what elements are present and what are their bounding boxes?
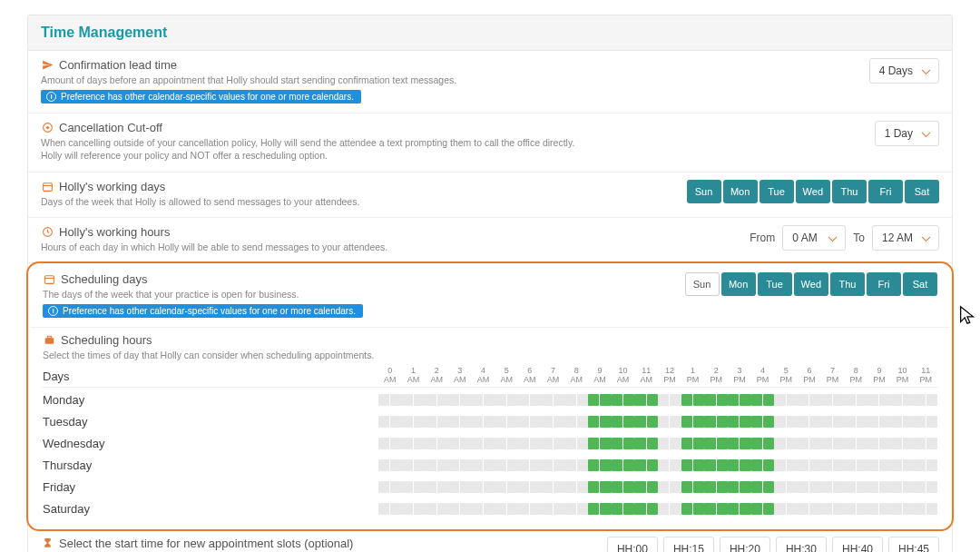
schedule-cell[interactable] — [857, 438, 867, 449]
schedule-cell[interactable] — [623, 503, 634, 515]
schedule-cell[interactable] — [914, 459, 925, 471]
schedule-cell[interactable] — [658, 459, 669, 471]
schedule-cell[interactable] — [774, 438, 785, 449]
schedule-cell[interactable] — [414, 503, 425, 515]
schedule-cell[interactable] — [891, 481, 902, 493]
schedule-cell[interactable] — [588, 416, 599, 428]
schedule-cell[interactable] — [879, 481, 890, 493]
schedule-cell[interactable] — [857, 394, 867, 406]
scheduling-day-toggle-mon[interactable]: Mon — [721, 272, 756, 296]
schedule-cell[interactable] — [390, 438, 401, 449]
schedule-cell[interactable] — [891, 503, 902, 515]
schedule-cell[interactable] — [751, 394, 762, 406]
schedule-cell[interactable] — [821, 481, 832, 493]
schedule-cell[interactable] — [647, 394, 658, 406]
schedule-cell[interactable] — [798, 438, 808, 449]
schedule-cell[interactable] — [518, 481, 529, 493]
schedule-cell[interactable] — [891, 394, 902, 406]
start-time-option[interactable]: HH:40 — [832, 537, 883, 552]
start-time-option[interactable]: HH:00 — [607, 537, 658, 552]
schedule-cell[interactable] — [903, 503, 914, 515]
working-hours-to-select[interactable]: 12 AM — [872, 225, 939, 251]
schedule-cell[interactable] — [763, 481, 774, 493]
schedule-cell[interactable] — [448, 438, 459, 449]
schedule-cell[interactable] — [867, 481, 878, 493]
schedule-cell[interactable] — [774, 416, 785, 428]
schedule-cell[interactable] — [554, 459, 564, 471]
schedule-cell[interactable] — [507, 503, 518, 515]
schedule-cell[interactable] — [554, 416, 564, 428]
schedule-cell[interactable] — [484, 394, 495, 406]
schedule-cell[interactable] — [647, 416, 658, 428]
schedule-cell[interactable] — [903, 459, 914, 471]
schedule-cell[interactable] — [926, 503, 937, 515]
scheduling-day-toggle-wed[interactable]: Wed — [794, 272, 828, 296]
schedule-cell[interactable] — [798, 503, 808, 515]
schedule-cell[interactable] — [378, 438, 389, 449]
schedule-cell[interactable] — [484, 438, 495, 449]
schedule-cell[interactable] — [774, 503, 785, 515]
schedule-cell[interactable] — [717, 394, 728, 406]
schedule-cell[interactable] — [530, 503, 541, 515]
schedule-cell[interactable] — [693, 438, 704, 449]
schedule-cell[interactable] — [460, 394, 471, 406]
schedule-cell[interactable] — [867, 503, 878, 515]
working-hours-from-select[interactable]: 0 AM — [782, 225, 846, 251]
schedule-cell[interactable] — [414, 438, 425, 449]
schedule-cell[interactable] — [670, 394, 681, 406]
schedule-cell[interactable] — [774, 394, 785, 406]
schedule-cell[interactable] — [751, 438, 762, 449]
schedule-cell[interactable] — [798, 416, 808, 428]
schedule-cell[interactable] — [740, 394, 750, 406]
schedule-cell[interactable] — [833, 459, 844, 471]
schedule-cell[interactable] — [670, 416, 681, 428]
schedule-cell[interactable] — [809, 394, 820, 406]
schedule-cell[interactable] — [612, 394, 622, 406]
schedule-cell[interactable] — [448, 459, 459, 471]
schedule-cell[interactable] — [728, 459, 739, 471]
schedule-cell[interactable] — [577, 503, 588, 515]
schedule-cell[interactable] — [704, 481, 715, 493]
scheduling-day-toggle-thu[interactable]: Thu — [830, 272, 865, 296]
start-time-option[interactable]: HH:45 — [888, 537, 939, 552]
schedule-cell[interactable] — [612, 503, 622, 515]
schedule-cell[interactable] — [763, 459, 774, 471]
schedule-cell[interactable] — [437, 459, 448, 471]
schedule-cell[interactable] — [437, 416, 448, 428]
schedule-cell[interactable] — [577, 459, 588, 471]
working-day-toggle-sun[interactable]: Sun — [687, 180, 721, 203]
schedule-cell[interactable] — [564, 394, 575, 406]
schedule-cell[interactable] — [623, 481, 634, 493]
schedule-cell[interactable] — [378, 503, 389, 515]
schedule-cell[interactable] — [926, 481, 937, 493]
schedule-cell[interactable] — [577, 481, 588, 493]
schedule-cell[interactable] — [554, 481, 564, 493]
schedule-cell[interactable] — [414, 394, 425, 406]
schedule-cell[interactable] — [670, 459, 681, 471]
schedule-cell[interactable] — [472, 503, 483, 515]
schedule-cell[interactable] — [588, 459, 599, 471]
schedule-cell[interactable] — [681, 459, 692, 471]
schedule-cell[interactable] — [763, 394, 774, 406]
schedule-cell[interactable] — [623, 459, 634, 471]
schedule-cell[interactable] — [425, 438, 436, 449]
schedule-cell[interactable] — [472, 459, 483, 471]
schedule-cell[interactable] — [378, 394, 389, 406]
schedule-cell[interactable] — [600, 394, 611, 406]
schedule-cell[interactable] — [390, 481, 401, 493]
schedule-cell[interactable] — [448, 481, 459, 493]
working-day-toggle-sat[interactable]: Sat — [905, 180, 939, 203]
schedule-cell[interactable] — [425, 394, 436, 406]
schedule-cell[interactable] — [809, 438, 820, 449]
schedule-cell[interactable] — [903, 394, 914, 406]
schedule-cell[interactable] — [507, 459, 518, 471]
schedule-cell[interactable] — [681, 438, 692, 449]
schedule-cell[interactable] — [728, 438, 739, 449]
cancellation-cutoff-select[interactable]: 1 Day — [875, 121, 939, 146]
schedule-cell[interactable] — [402, 503, 413, 515]
schedule-cell[interactable] — [787, 394, 798, 406]
schedule-cell[interactable] — [390, 503, 401, 515]
schedule-cell[interactable] — [378, 481, 389, 493]
schedule-cell[interactable] — [507, 481, 518, 493]
schedule-cell[interactable] — [495, 503, 505, 515]
